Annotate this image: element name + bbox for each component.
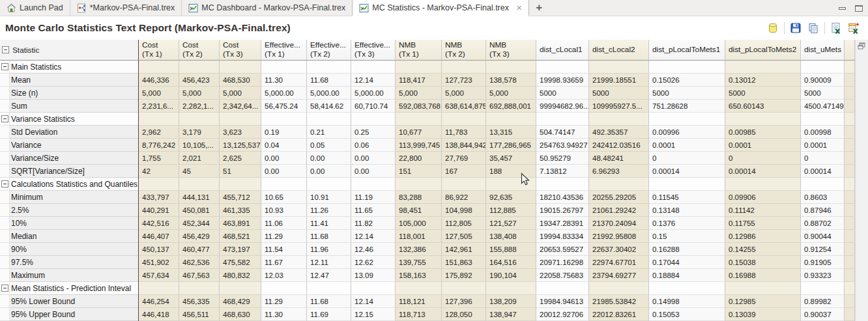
table-row[interactable]: 95% Upper Bound446,418456,511468,63011.3… — [0, 308, 868, 321]
close-tab-icon[interactable]: ✕ — [516, 5, 522, 12]
value-cell: 35,457 — [486, 152, 536, 165]
export-excel-icon[interactable] — [830, 21, 843, 35]
value-cell: 5000 — [649, 87, 725, 100]
value-cell: 5000 — [725, 87, 801, 100]
value-cell: 2,282,1... — [179, 100, 220, 113]
collapse-group-icon[interactable] — [1, 115, 8, 122]
table-row[interactable]: 97.5%451,902462,536475,58211.6712.1112.6… — [0, 256, 868, 269]
value-cell: 0.0001 — [725, 139, 801, 152]
vertical-scrollbar[interactable] — [855, 40, 868, 321]
column-header-label: Cost — [182, 40, 219, 49]
collapse-group-icon[interactable] — [1, 285, 8, 292]
row-filler — [845, 61, 855, 74]
column-header-cost-tx2[interactable]: Cost(Tx 2) — [179, 40, 220, 61]
table-row[interactable]: Median446,407456,429468,52111.2911.6812.… — [0, 230, 868, 243]
value-cell: 592,083,768 — [396, 100, 442, 113]
value-cell: 48.48241 — [589, 152, 649, 165]
table-group-row[interactable]: Main Statistics — [0, 61, 868, 74]
column-header-dist-clocal2[interactable]: dist_cLocal2 — [589, 40, 649, 61]
collapse-all-icon[interactable] — [2, 46, 9, 53]
value-cell: 19984.94613 — [536, 295, 589, 308]
table-row[interactable]: Std Deviation2,9623,1793,6230.190.210.25… — [0, 126, 868, 139]
value-cell — [649, 113, 725, 126]
value-cell — [307, 282, 351, 295]
value-cell — [351, 113, 396, 126]
table-row[interactable]: Size (n)5,0005,0005,0005,000.005,000.005… — [0, 87, 868, 100]
table-row[interactable]: Mean446,336456,423468,53011.3011.6812.14… — [0, 74, 868, 87]
value-cell: 10,677 — [396, 126, 442, 139]
statistic-cell: 10% — [0, 217, 139, 230]
value-cell: 112,805 — [442, 217, 486, 230]
restore-columns-icon[interactable] — [858, 42, 865, 51]
value-cell: 0.06 — [351, 139, 396, 152]
value-cell — [486, 113, 536, 126]
column-header-dist-plocaltomets2[interactable]: dist_pLocalToMets2 — [725, 40, 801, 61]
column-header-nmb-tx3[interactable]: NMB(Tx 3) — [486, 40, 536, 61]
value-cell — [351, 282, 396, 295]
column-header-effectiveness-tx1[interactable]: Effective...(Tx 1) — [261, 40, 307, 61]
table-row[interactable]: 2.5%440,291450,081461,33510.9311.2611.65… — [0, 204, 868, 217]
value-cell — [589, 61, 649, 74]
value-cell: 13.09 — [351, 269, 396, 282]
table-row[interactable]: Variance/Size1,7552,0212,6250.000.000.00… — [0, 152, 868, 165]
column-header-dist-umets[interactable]: dist_uMets — [801, 40, 845, 61]
table-row[interactable]: SQRT[Variance/Size]4245510.000.000.00151… — [0, 165, 868, 178]
copy-icon[interactable] — [807, 21, 820, 35]
tab-markov-model[interactable]: *Markov-PSA-Final.trex — [70, 0, 182, 16]
column-header-cost-tx3[interactable]: Cost(Tx 3) — [220, 40, 261, 61]
value-cell: 11.82 — [351, 217, 396, 230]
value-cell — [351, 61, 396, 74]
value-cell: 480,832 — [220, 269, 261, 282]
new-tab-button[interactable]: + — [529, 0, 549, 16]
value-cell: 118,713 — [396, 308, 442, 321]
column-header-effectiveness-tx3[interactable]: Effective...(Tx 3) — [351, 40, 396, 61]
value-cell: 751.28628 — [649, 100, 725, 113]
table-group-row[interactable]: Variance Statistics — [0, 113, 868, 126]
table-row[interactable]: Variance8,776,24210,105,...13,125,5370.0… — [0, 139, 868, 152]
column-header-nmb-tx1[interactable]: NMB(Tx 1) — [396, 40, 442, 61]
tab-mc-statistics[interactable]: MC Statistics - Markov-PSA-Final.trex ✕ — [352, 0, 529, 16]
database-icon[interactable] — [766, 21, 779, 35]
statistic-label: Variance — [10, 139, 138, 152]
maximize-icon[interactable] — [855, 5, 863, 12]
value-cell — [649, 282, 725, 295]
value-cell: 461,335 — [220, 204, 261, 217]
value-cell: 5000 — [801, 87, 845, 100]
value-cell: 468,530 — [220, 74, 261, 87]
value-cell: 0.15 — [649, 230, 725, 243]
collapse-group-icon[interactable] — [1, 180, 8, 188]
table-row[interactable]: 95% Lower Bound446,254456,335468,42911.2… — [0, 295, 868, 308]
column-header-dist-plocaltomets1[interactable]: dist_pLocalToMets1 — [649, 40, 725, 61]
row-filler — [845, 243, 855, 256]
value-cell: 21985.53842 — [589, 295, 649, 308]
table-row[interactable]: 90%450,137460,477473,19711.5411.9612.461… — [0, 243, 868, 256]
save-icon[interactable] — [789, 21, 802, 35]
value-cell: 11.54 — [261, 243, 307, 256]
table-row[interactable]: Minimum433,797444,131455,71210.6510.9111… — [0, 191, 868, 204]
row-filler — [845, 282, 855, 295]
table-row[interactable]: Maximum457,634467,563480,83212.0312.4713… — [0, 269, 868, 282]
table-group-row[interactable]: Calculations Statistics and Quantiles — [0, 178, 868, 191]
row-filler — [845, 74, 855, 87]
value-cell: 3,623 — [220, 126, 261, 139]
value-cell: 450,137 — [139, 243, 179, 256]
export-excel-add-icon[interactable] — [847, 21, 860, 35]
collapse-group-icon[interactable] — [1, 63, 8, 70]
table-group-row[interactable]: Mean Statistics - Prediction Inteval — [0, 282, 868, 295]
column-header-effectiveness-tx2[interactable]: Effective...(Tx 2) — [307, 40, 351, 61]
column-header-label: dist_cLocal2 — [592, 45, 648, 54]
column-header-dist-clocal1[interactable]: dist_cLocal1 — [536, 40, 589, 61]
statistic-column-header[interactable]: Statistic — [0, 40, 139, 61]
column-header-label: Cost — [142, 40, 179, 49]
statistic-label: Sum — [10, 100, 138, 113]
tab-launch-pad[interactable]: Launch Pad — [0, 0, 70, 16]
value-cell: 21370.24094 — [589, 217, 649, 230]
column-header-nmb-tx2[interactable]: NMB(Tx 2) — [442, 40, 486, 61]
tab-bar: Launch Pad *Markov-PSA-Final.trex MC Das… — [0, 0, 868, 16]
tab-mc-dashboard[interactable]: MC Dashboard - Markov-PSA-Final.trex — [181, 0, 352, 16]
column-header-cost-tx1[interactable]: Cost(Tx 1) — [139, 40, 179, 61]
value-cell: 11.29 — [261, 295, 307, 308]
table-row[interactable]: 10%442,516452,344463,89111.0611.4111.821… — [0, 217, 868, 230]
minimize-icon[interactable] — [839, 7, 846, 10]
table-row[interactable]: Sum2,231,6...2,282,1...2,342,64...56,475… — [0, 100, 868, 113]
